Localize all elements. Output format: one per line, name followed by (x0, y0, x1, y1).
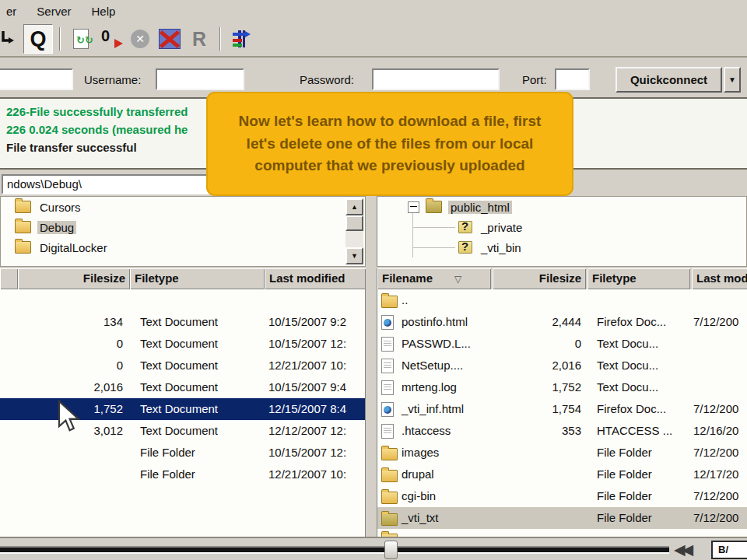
filesize-cell: 0 (494, 333, 581, 355)
filename-cell: .. (402, 289, 408, 311)
filetype-cell: Text Document (140, 355, 218, 376)
table-row[interactable] (0, 289, 365, 311)
scroll-up-button[interactable]: ▲ (345, 198, 363, 215)
menu-item-help[interactable]: Help (92, 5, 116, 18)
menu-item-transfer[interactable]: er (6, 5, 16, 18)
tree-item-label: public_html (448, 201, 512, 214)
quickconnect-button[interactable]: Quickconnect (615, 67, 722, 93)
player-counter: B/ (711, 541, 747, 559)
reconnect-icon: R (192, 30, 206, 49)
port-input[interactable] (555, 68, 590, 90)
filetype-cell: Text Document (140, 311, 218, 333)
table-row[interactable]: File Folder 10/15/2007 12: (0, 442, 365, 464)
column-header-last-modified[interactable]: Last modified (265, 268, 366, 289)
filetype-cell: Text Docu... (597, 376, 658, 398)
table-row[interactable]: .. (377, 289, 747, 311)
column-header-filetype[interactable]: Filetype (587, 268, 690, 289)
tree-item-public-html[interactable]: public_html (377, 197, 746, 217)
date-cell: 12/12/2007 12: (268, 420, 346, 442)
rewind-icon[interactable]: ◀◀ (674, 541, 690, 558)
filetype-cell: Firefox Doc... (597, 398, 666, 420)
column-header-filename[interactable]: Filename▽ (377, 268, 491, 289)
quickconnect-dropdown-button[interactable]: ▼ (724, 67, 741, 93)
folder-icon (381, 448, 398, 460)
refresh-button[interactable]: ↻↻ (67, 25, 95, 53)
table-row[interactable]: File Folder 12/21/2007 10: (0, 464, 365, 485)
tree-item-label: Debug (37, 221, 76, 234)
password-label: Password: (300, 73, 354, 86)
mouse-cursor (54, 400, 82, 434)
table-row-highlighted[interactable]: _vti_txt File Folder 7/12/200 (377, 507, 747, 529)
table-row[interactable]: _vti_inf.html 1,754 Firefox Doc... 7/12/… (377, 398, 747, 420)
tree-connector (412, 227, 455, 228)
process-queue-button[interactable]: 0 (96, 25, 124, 53)
password-input[interactable] (372, 68, 500, 90)
tree-connector (412, 212, 413, 257)
table-row[interactable]: postinfo.html 2,444 Firefox Doc... 7/12/… (377, 311, 747, 333)
host-input[interactable] (0, 68, 73, 90)
date-cell: 10/15/2007 12: (268, 333, 346, 355)
filetype-cell: File Folder (597, 464, 652, 485)
table-row[interactable]: 0 Text Document 10/15/2007 12: (0, 333, 365, 355)
date-cell: 10/15/2007 12: (268, 442, 346, 464)
local-tree: Cursors Debug DigitalLocker ▲ ▼ (0, 196, 366, 267)
table-row[interactable]: 0 Text Document 12/21/2007 10: (0, 355, 365, 376)
table-row[interactable]: drupal File Folder 12/17/20 (377, 464, 747, 485)
table-row[interactable]: PASSWD.L... 0 Text Docu... (377, 333, 747, 355)
username-input[interactable] (156, 68, 244, 90)
scroll-thumb[interactable] (345, 215, 363, 231)
abort-button[interactable] (156, 25, 184, 53)
date-cell: 12/16/20 (693, 420, 738, 442)
column-header-last-modified[interactable]: Last mod (692, 268, 747, 289)
table-row[interactable]: cgi-bin File Folder 7/12/200 (377, 485, 747, 507)
folder-icon (381, 296, 398, 308)
filetype-cell: HTACCESS ... (597, 420, 672, 442)
filesize-cell: 2,016 (0, 376, 123, 398)
filesize-cell: 1,752 (494, 376, 581, 398)
folder-icon (15, 201, 31, 213)
filetype-cell: Text Document (140, 398, 218, 420)
seek-bar[interactable] (0, 546, 669, 554)
tree-scrollbar[interactable]: ▲ ▼ (345, 198, 363, 264)
table-row[interactable]: .htaccess 353 HTACCESS ... 12/16/20 (377, 420, 747, 442)
filetype-cell: Text Document (140, 376, 218, 398)
collapse-icon[interactable] (408, 201, 419, 213)
date-cell: 12/15/2007 8:4 (268, 398, 346, 420)
filename-cell: NetSetup.... (402, 355, 463, 376)
queue-view-button[interactable]: Q (23, 24, 53, 54)
reconnect-button[interactable]: R (185, 25, 213, 53)
date-cell: 7/12/200 (693, 398, 738, 420)
filter-button[interactable] (227, 25, 255, 53)
table-row[interactable]: 134 Text Document 10/15/2007 9:2 (0, 311, 365, 333)
column-header-filesize[interactable]: Filesize (18, 268, 130, 289)
column-header-filesize[interactable]: Filesize (493, 268, 586, 289)
menu-item-server[interactable]: Server (37, 5, 71, 18)
view-tree-button[interactable] (0, 25, 22, 53)
local-list-header: Filesize Filetype Last modified (0, 268, 366, 289)
column-header-filename-stub[interactable] (0, 268, 18, 289)
text-file-icon (381, 359, 394, 373)
filetype-cell: Text Docu... (597, 355, 658, 376)
column-header-filetype[interactable]: Filetype (130, 268, 265, 289)
table-row[interactable]: 2,016 Text Document 10/15/2007 9:4 (0, 376, 365, 398)
seek-handle[interactable] (384, 541, 398, 559)
table-row[interactable]: NetSetup.... 2,016 Text Docu... (377, 355, 747, 376)
refresh-icon: ↻↻ (73, 29, 89, 49)
tree-item-cursors[interactable]: Cursors (1, 197, 365, 217)
table-row[interactable]: images File Folder 7/12/200 (377, 442, 747, 464)
folder-icon (15, 241, 31, 254)
date-cell: 10/15/2007 9:2 (268, 311, 346, 333)
tree-item-debug[interactable]: Debug (1, 217, 365, 237)
filesize-cell: 353 (494, 420, 581, 442)
arrow-down-icon: ▼ (351, 252, 358, 260)
date-cell: 7/12/200 (693, 507, 738, 529)
table-row[interactable]: mrteng.log 1,752 Text Docu... (377, 376, 747, 398)
pane-splitter[interactable] (366, 173, 377, 537)
filetype-cell: File Folder (140, 442, 195, 464)
scroll-down-button[interactable]: ▼ (345, 247, 363, 264)
tree-item-digitallocker[interactable]: DigitalLocker (1, 237, 365, 257)
cancel-button[interactable]: ✕ (126, 25, 154, 53)
tree-item-label: _vti_bin (479, 241, 524, 254)
filename-cell: PASSWD.L... (402, 333, 471, 355)
table-row-clipped[interactable] (377, 529, 747, 537)
